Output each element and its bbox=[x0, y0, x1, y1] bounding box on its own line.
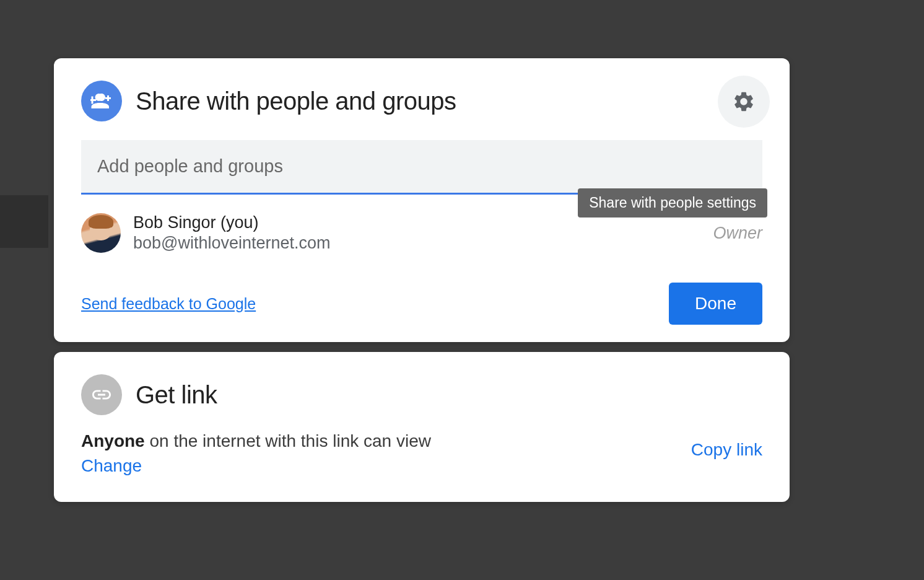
settings-button[interactable] bbox=[718, 76, 770, 128]
link-icon bbox=[81, 374, 122, 415]
avatar bbox=[81, 213, 121, 253]
link-header: Get link bbox=[81, 374, 762, 415]
person-email: bob@withloveinternet.com bbox=[133, 234, 713, 253]
person-row: Bob Singor (you) bob@withloveinternet.co… bbox=[81, 213, 762, 253]
copy-link-button[interactable]: Copy link bbox=[691, 440, 762, 460]
svg-rect-2 bbox=[107, 95, 109, 101]
link-desc-rest: on the internet with this link can view bbox=[145, 431, 431, 450]
get-link-card: Get link Anyone on the internet with thi… bbox=[54, 352, 790, 502]
share-header: Share with people and groups bbox=[81, 81, 762, 121]
person-info: Bob Singor (you) bob@withloveinternet.co… bbox=[133, 213, 713, 253]
share-title: Share with people and groups bbox=[136, 87, 456, 115]
side-highlight bbox=[0, 195, 48, 248]
link-desc-bold: Anyone bbox=[81, 431, 145, 450]
link-section: Anyone on the internet with this link ca… bbox=[81, 431, 762, 476]
done-button[interactable]: Done bbox=[669, 283, 762, 325]
link-text-block: Anyone on the internet with this link ca… bbox=[81, 431, 431, 476]
add-people-input[interactable] bbox=[81, 140, 762, 195]
change-link[interactable]: Change bbox=[81, 456, 142, 476]
person-add-icon bbox=[81, 81, 122, 121]
get-link-title: Get link bbox=[136, 381, 217, 409]
gear-icon bbox=[732, 90, 756, 113]
feedback-link[interactable]: Send feedback to Google bbox=[81, 295, 256, 313]
side-panel bbox=[0, 0, 51, 248]
settings-tooltip: Share with people settings bbox=[578, 188, 767, 218]
share-footer: Send feedback to Google Done bbox=[81, 283, 762, 325]
svg-point-0 bbox=[95, 94, 103, 101]
link-description: Anyone on the internet with this link ca… bbox=[81, 431, 431, 451]
role-label: Owner bbox=[713, 224, 762, 243]
share-dialog: Share with people and groups Share with … bbox=[54, 58, 790, 342]
